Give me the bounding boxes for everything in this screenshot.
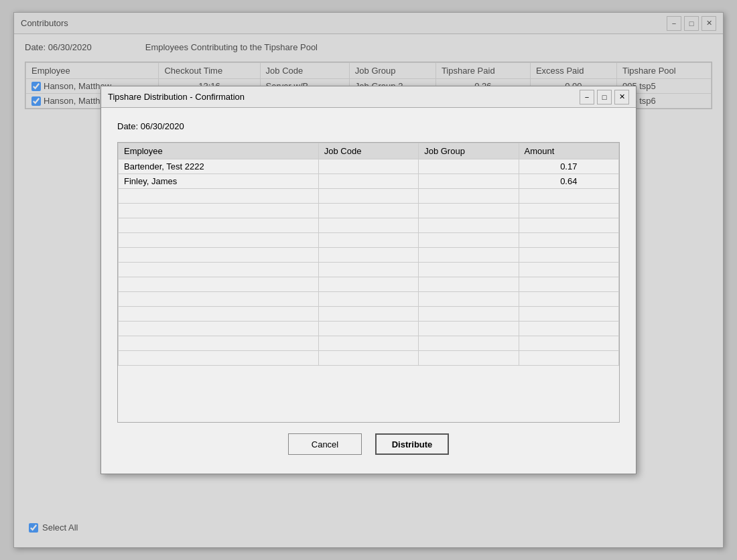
dist-row1-job-code <box>318 159 418 174</box>
dist-row2-amount: 0.64 <box>519 174 618 189</box>
list-item <box>119 351 619 366</box>
list-item <box>119 218 619 233</box>
modal-footer: Cancel Distribute <box>117 423 620 460</box>
list-item <box>119 189 619 204</box>
list-item <box>119 307 619 322</box>
list-item <box>119 204 619 218</box>
list-item <box>119 233 619 248</box>
modal-col-employee: Employee <box>119 143 319 159</box>
modal-maximize-button[interactable]: □ <box>597 90 612 104</box>
list-item <box>119 248 619 263</box>
dist-row1-employee: Bartender, Test 2222 <box>119 159 319 174</box>
modal-col-amount: Amount <box>519 143 618 159</box>
dist-row2-employee: Finley, James <box>119 174 319 189</box>
modal-overlay: Tipshare Distribution - Confirmation − □… <box>14 13 723 547</box>
modal-title-bar: Tipshare Distribution - Confirmation − □… <box>101 86 636 108</box>
list-item: Finley, James 0.64 <box>119 174 619 189</box>
cancel-button[interactable]: Cancel <box>288 433 362 455</box>
modal-minimize-button[interactable]: − <box>580 90 594 104</box>
list-item <box>119 322 619 336</box>
modal-content: Date: 06/30/2020 Employee Job Code Job G… <box>101 108 636 474</box>
modal-window: Tipshare Distribution - Confirmation − □… <box>100 86 636 474</box>
modal-date-label: Date: 06/30/2020 <box>117 121 620 131</box>
dist-row1-amount: 0.17 <box>519 159 618 174</box>
main-window: Contributors − □ ✕ Date: 06/30/2020 Empl… <box>13 12 724 548</box>
modal-title: Tipshare Distribution - Confirmation <box>108 92 245 102</box>
modal-close-button[interactable]: ✕ <box>614 90 629 104</box>
distribution-table: Employee Job Code Job Group Amount Barte… <box>118 143 619 366</box>
dist-row2-job-group <box>419 174 519 189</box>
distribute-button[interactable]: Distribute <box>375 433 449 455</box>
modal-col-job-code: Job Code <box>318 143 418 159</box>
list-item <box>119 263 619 277</box>
list-item <box>119 277 619 292</box>
modal-col-job-group: Job Group <box>419 143 519 159</box>
modal-table-container: Employee Job Code Job Group Amount Barte… <box>117 142 620 423</box>
modal-controls: − □ ✕ <box>580 90 629 104</box>
list-item <box>119 292 619 307</box>
dist-row1-job-group <box>419 159 519 174</box>
dist-row2-job-code <box>318 174 418 189</box>
list-item: Bartender, Test 2222 0.17 <box>119 159 619 174</box>
list-item <box>119 336 619 351</box>
